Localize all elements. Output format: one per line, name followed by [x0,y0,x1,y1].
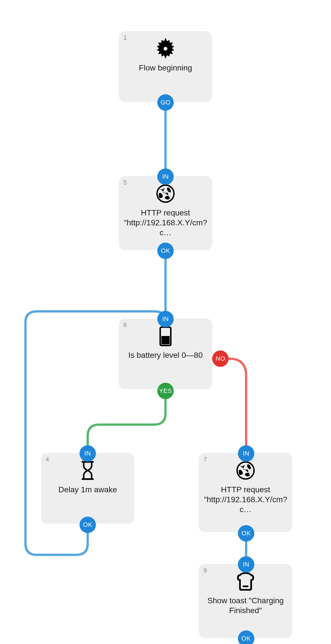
node-label: Flow beginning [139,63,192,73]
hourglass-icon [80,460,96,481]
node-label: HTTP request "http://192.168.X.Y/cm?c… [204,485,287,514]
badge-ok[interactable]: OK [238,525,254,542]
badge-in[interactable]: IN [79,445,96,462]
node-label: Is battery level 0—80 [128,350,203,360]
badge-go[interactable]: GO [157,94,174,111]
node-flow-beginning[interactable]: 1 Flow beginning [119,31,212,102]
battery-icon [158,326,173,346]
badge-in[interactable]: IN [157,168,174,185]
node-delay[interactable]: 4 Delay 1m awake [41,453,134,524]
node-id: 5 [123,179,127,186]
svg-rect-6 [161,336,169,344]
node-id: 4 [46,456,49,463]
badge-yes[interactable]: YES [157,383,174,399]
flow-canvas[interactable]: 1 Flow beginning 5 HTTP request "http:// [0,0,331,644]
node-label: HTTP request "http://192.168.X.Y/cm?c… [124,208,207,238]
globe-icon [235,460,256,481]
node-http-request-on[interactable]: 5 HTTP request "http://192.168.X.Y/cm?c… [119,176,212,250]
badge-ok[interactable]: OK [157,243,174,259]
node-id: 7 [203,456,207,463]
globe-icon [155,183,176,204]
badge-no[interactable]: NO [212,350,229,367]
badge-in[interactable]: IN [157,311,174,327]
node-show-toast[interactable]: 9 Show toast "Charging Finished" [199,564,292,638]
badge-in[interactable]: IN [238,556,254,573]
node-label: Show toast "Charging Finished" [204,596,287,615]
badge-ok[interactable]: OK [79,517,96,533]
node-battery-check[interactable]: 6 Is battery level 0—80 [119,318,212,389]
node-id: 6 [123,321,127,329]
node-http-request-off[interactable]: 7 HTTP request "http://192.168.X.Y/cm?c… [199,453,292,532]
node-id: 9 [203,567,207,574]
toast-icon [236,571,255,592]
node-id: 1 [123,34,127,41]
gear-icon [155,38,176,59]
badge-in[interactable]: IN [238,445,254,462]
node-label: Delay 1m awake [59,485,117,495]
